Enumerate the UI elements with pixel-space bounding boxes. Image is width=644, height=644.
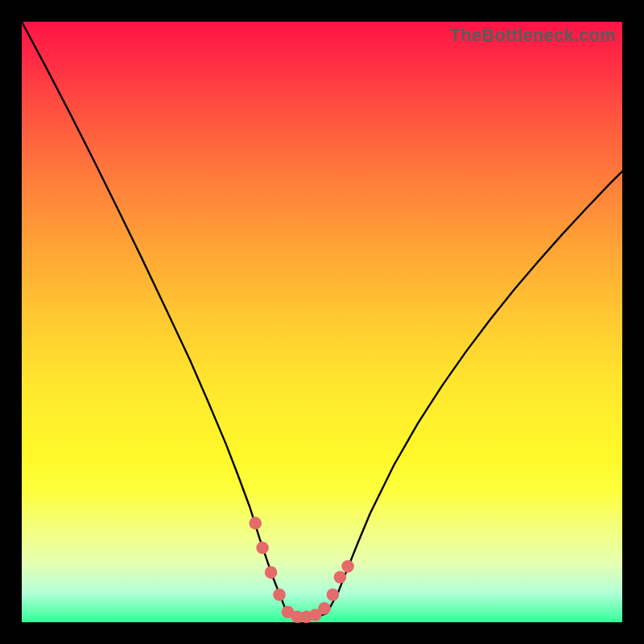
curve-marker: [273, 588, 286, 601]
chart-svg: [22, 22, 622, 622]
curve-markers: [249, 517, 354, 623]
curve-marker: [265, 566, 278, 579]
bottleneck-curve: [22, 22, 622, 618]
curve-marker: [334, 571, 347, 584]
chart-container: TheBottleneck.com: [0, 0, 644, 644]
curve-marker: [341, 560, 354, 573]
plot-area: TheBottleneck.com: [22, 22, 622, 622]
curve-marker: [256, 542, 269, 555]
curve-marker: [318, 602, 331, 615]
curve-marker: [327, 588, 340, 601]
curve-marker: [249, 517, 262, 530]
